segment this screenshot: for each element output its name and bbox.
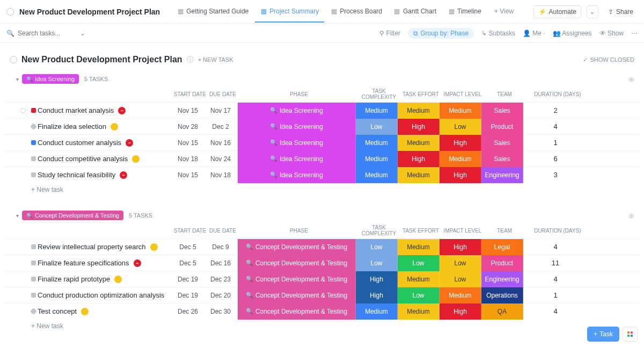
search-input[interactable]	[18, 30, 77, 37]
priority-icon[interactable]	[31, 156, 36, 161]
priority-icon[interactable]	[31, 293, 36, 298]
assignees-button[interactable]: 👥 Assignees	[553, 30, 592, 37]
effort-cell[interactable]: Medium	[398, 271, 440, 287]
duration-cell[interactable]: 11	[523, 259, 588, 267]
table-row[interactable]: Finalize idea selectionNov 28Dec 2🔍Idea …	[4, 118, 640, 134]
team-cell[interactable]: Legal	[481, 239, 523, 255]
new-task-floating-button[interactable]: + Task	[587, 327, 619, 342]
checkbox-icon[interactable]	[20, 108, 26, 113]
team-cell[interactable]: Sales	[481, 135, 523, 151]
duration-cell[interactable]: 1	[523, 139, 588, 147]
complexity-cell[interactable]: Low	[356, 239, 398, 255]
phase-cell[interactable]: 🔍Concept Development & Testing	[238, 255, 356, 271]
table-row[interactable]: Test conceptDec 26Dec 30🔍Concept Develop…	[4, 303, 640, 319]
effort-cell[interactable]: High	[398, 119, 440, 135]
phase-cell[interactable]: 🔍Concept Development & Testing	[238, 303, 356, 320]
table-row[interactable]: Conduct customer analysis−Nov 15Nov 16🔍I…	[4, 134, 640, 150]
me-button[interactable]: 👤 Me ·	[523, 30, 545, 37]
share-button[interactable]: ⇪Share	[604, 6, 638, 18]
impact-cell[interactable]: Medium	[440, 287, 481, 303]
due-date[interactable]: Nov 18	[204, 171, 237, 179]
due-date[interactable]: Nov 24	[204, 155, 237, 163]
col-due-date[interactable]: DUE DATE	[207, 228, 239, 234]
table-row[interactable]: Conduct production optimization analysis…	[4, 287, 640, 303]
phase-cell[interactable]: 🔍Concept Development & Testing	[238, 239, 356, 255]
start-date[interactable]: Nov 15	[171, 139, 204, 147]
effort-cell[interactable]: Medium	[398, 239, 440, 255]
status-icon[interactable]	[81, 308, 89, 315]
table-row[interactable]: Finalize feature specifications−Dec 5Dec…	[4, 255, 640, 271]
new-task-button[interactable]: + NEW TASK	[198, 56, 233, 63]
more-icon[interactable]: ⋯	[631, 30, 638, 37]
impact-cell[interactable]: Low	[440, 271, 481, 287]
table-row[interactable]: Review intellectual property searchDec 5…	[4, 238, 640, 255]
phase-pill[interactable]: 🔍Idea Screening	[22, 74, 79, 84]
status-icon[interactable]: −	[126, 139, 133, 147]
col-start-date[interactable]: START DATE	[173, 91, 207, 97]
start-date[interactable]: Dec 5	[171, 259, 204, 267]
duration-cell[interactable]: 4	[523, 275, 588, 283]
duration-cell[interactable]: 4	[523, 243, 588, 251]
phase-cell[interactable]: 🔍Idea Screening	[238, 135, 356, 151]
complexity-cell[interactable]: High	[356, 271, 398, 287]
automate-caret[interactable]: ⌄	[587, 5, 598, 18]
due-date[interactable]: Nov 16	[204, 139, 237, 147]
complexity-cell[interactable]: Low	[356, 255, 398, 271]
complexity-cell[interactable]: Medium	[356, 103, 398, 119]
duration-cell[interactable]: 2	[523, 106, 588, 114]
phase-cell[interactable]: 🔍Concept Development & Testing	[238, 271, 356, 287]
complexity-cell[interactable]: Medium	[356, 167, 398, 183]
status-icon[interactable]	[150, 243, 158, 251]
search-chevron-icon[interactable]: ⌄	[80, 30, 85, 37]
subtasks-button[interactable]: ↳ Subtasks	[481, 30, 515, 37]
team-cell[interactable]: QA	[481, 303, 523, 320]
effort-cell[interactable]: Medium	[398, 135, 440, 151]
tab-gantt-chart[interactable]: ▦Gantt Chart	[389, 1, 442, 23]
team-cell[interactable]: Engineering	[481, 167, 523, 183]
table-row[interactable]: Conduct market analysis−☐ ⚲ ✎Nov 15Nov 1…	[4, 102, 640, 118]
impact-cell[interactable]: High	[440, 303, 481, 320]
complexity-cell[interactable]: Medium	[356, 151, 398, 167]
phase-cell[interactable]: 🔍Idea Screening	[238, 151, 356, 167]
start-date[interactable]: Nov 18	[171, 155, 204, 163]
col-duration[interactable]: DURATION (DAYS)	[525, 228, 590, 234]
effort-cell[interactable]: Low	[398, 287, 440, 303]
phase-cell[interactable]: 🔍Idea Screening	[238, 119, 356, 135]
start-date[interactable]: Dec 5	[171, 243, 204, 251]
impact-cell[interactable]: Medium	[440, 103, 481, 119]
col-team[interactable]: TEAM	[484, 228, 525, 234]
priority-icon[interactable]	[31, 172, 36, 177]
apps-button[interactable]	[623, 327, 638, 342]
tab-timeline[interactable]: ▦Timeline	[443, 1, 487, 23]
due-date[interactable]: Dec 23	[204, 276, 237, 283]
phase-cell[interactable]: 🔍Idea Screening	[238, 167, 356, 183]
complexity-cell[interactable]: High	[356, 287, 398, 303]
priority-icon[interactable]	[31, 108, 36, 113]
team-cell[interactable]: Sales	[481, 103, 523, 119]
status-icon[interactable]: −	[120, 171, 127, 179]
col-complexity[interactable]: TASK COMPLEXITY	[358, 225, 400, 236]
effort-cell[interactable]: Low	[398, 255, 440, 271]
collapse-icon[interactable]: ▾	[16, 213, 19, 219]
col-impact[interactable]: IMPACT LEVEL	[442, 91, 484, 97]
col-phase[interactable]: PHASE	[240, 91, 358, 97]
automate-button[interactable]: ⚡Automate	[533, 5, 581, 18]
team-cell[interactable]: Engineering	[481, 271, 523, 287]
col-due-date[interactable]: DUE DATE	[207, 91, 239, 97]
priority-icon[interactable]	[31, 140, 36, 145]
effort-cell[interactable]: Medium	[398, 103, 440, 119]
due-date[interactable]: Dec 30	[204, 308, 237, 315]
start-date[interactable]: Dec 19	[171, 292, 204, 299]
duration-cell[interactable]: 6	[523, 155, 588, 163]
impact-cell[interactable]: High	[440, 239, 481, 255]
col-impact[interactable]: IMPACT LEVEL	[442, 228, 484, 234]
priority-icon[interactable]	[31, 277, 36, 281]
col-phase[interactable]: PHASE	[240, 228, 358, 234]
tab-process-board[interactable]: ▦Process Board	[325, 1, 387, 23]
add-column-button[interactable]: ⊕	[628, 75, 634, 83]
phase-pill[interactable]: 🔍Concept Development & Testing	[22, 211, 123, 220]
complexity-cell[interactable]: Medium	[356, 303, 398, 320]
status-icon[interactable]: −	[118, 107, 126, 114]
due-date[interactable]: Dec 2	[204, 123, 237, 131]
tab-getting-started-guide[interactable]: ▦Getting Started Guide	[172, 1, 254, 23]
